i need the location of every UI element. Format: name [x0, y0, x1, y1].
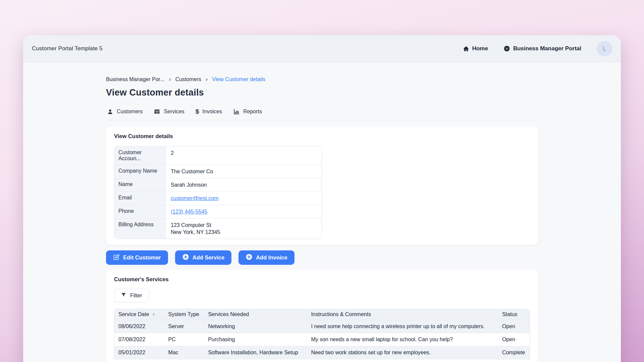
- filter-button[interactable]: Filter: [114, 289, 149, 302]
- tab-reports-label: Reports: [243, 109, 262, 115]
- service-cell: Complete: [498, 346, 530, 359]
- details-label: Phone: [114, 205, 166, 218]
- add-service-button[interactable]: Add Service: [175, 250, 231, 265]
- details-label: Email: [114, 192, 166, 205]
- details-row: Company Name The Customer Co: [114, 165, 322, 178]
- tab-customers-label: Customers: [117, 109, 143, 115]
- edit-customer-button[interactable]: Edit Customer: [106, 250, 168, 265]
- service-cell: Our Printer won't feed paper correctly.: [307, 359, 498, 362]
- details-label: Customer Accoun...: [114, 146, 166, 165]
- dollar-icon: $: [196, 108, 199, 115]
- details-row: Customer Accoun... 2: [114, 146, 322, 165]
- edit-customer-label: Edit Customer: [123, 254, 161, 261]
- service-cell: Mac: [164, 346, 204, 359]
- add-service-label: Add Service: [193, 254, 224, 261]
- service-row[interactable]: 08/06/2022ServerNetworkingI need some he…: [114, 320, 530, 333]
- details-row: Phone (123) 445-5545: [114, 205, 322, 219]
- details-label: Company Name: [114, 165, 166, 178]
- details-value: customer@test.com: [166, 192, 322, 205]
- details-row: Billing Address 123 Computer StNew York,…: [114, 219, 322, 239]
- services-table-header-row: Service Date↑System TypeServices NeededI…: [114, 309, 530, 320]
- plus-circle-icon: [182, 253, 189, 262]
- details-value: (123) 445-5545: [166, 205, 322, 218]
- app-header: Customer Portal Template 5 Home Business…: [23, 35, 621, 62]
- nav-business-manager-portal-label: Business Manager Portal: [513, 45, 581, 52]
- services-table-body: 08/06/2022ServerNetworkingI need some he…: [114, 320, 530, 362]
- service-cell: Networking: [204, 320, 307, 333]
- column-header[interactable]: Service Date↑: [114, 309, 164, 320]
- customer-services-card-title: Customer's Services: [114, 276, 530, 283]
- funnel-icon: [121, 292, 126, 299]
- app-window: Customer Portal Template 5 Home Business…: [23, 35, 621, 362]
- breadcrumb: Business Manager Por...›Customers›View C…: [106, 76, 538, 83]
- service-cell: Printer: [164, 359, 204, 362]
- service-cell: Need two work stations set up for new em…: [307, 346, 498, 359]
- details-label: Name: [114, 178, 166, 191]
- plus-circle-icon: [246, 253, 253, 262]
- service-cell: Purchasing: [204, 333, 307, 346]
- home-icon: [463, 46, 469, 52]
- column-header[interactable]: Instructions & Comments: [307, 309, 498, 320]
- service-cell: Software Installation, Hardware Setup: [204, 346, 307, 359]
- details-label: Billing Address: [114, 219, 166, 239]
- service-cell: Open: [498, 320, 530, 333]
- service-cell: Open: [498, 333, 530, 346]
- service-cell: 05/01/2022: [114, 346, 164, 359]
- page-title: View Customer details: [106, 87, 538, 98]
- filter-button-label: Filter: [130, 293, 142, 299]
- service-cell: I need some help connecting a wireless p…: [307, 320, 498, 333]
- nav-business-manager-portal[interactable]: Business Manager Portal: [503, 45, 581, 52]
- app-title: Customer Portal Template 5: [32, 45, 102, 52]
- bar-chart-icon: [233, 108, 240, 115]
- column-header[interactable]: Status: [498, 309, 530, 320]
- add-invoice-button[interactable]: Add Invoice: [238, 250, 294, 265]
- details-row: Email customer@test.com: [114, 192, 322, 205]
- table-icon: [154, 108, 160, 115]
- email-link[interactable]: customer@test.com: [171, 195, 219, 201]
- main-content: Business Manager Por...›Customers›View C…: [106, 62, 538, 362]
- tab-invoices[interactable]: $ Invoices: [195, 105, 223, 120]
- details-row: Name Sarah Johnson: [114, 178, 322, 192]
- service-cell: 04/30/2022: [114, 359, 164, 362]
- customer-details-table: Customer Accoun... 2 Company Name The Cu…: [114, 146, 322, 239]
- service-row[interactable]: 07/08/2022PCPurchasingMy son needs a new…: [114, 333, 530, 346]
- breadcrumb-item[interactable]: Customers: [175, 76, 201, 82]
- service-cell: My son needs a new small laptop for scho…: [307, 333, 498, 346]
- nav-home[interactable]: Home: [463, 45, 488, 52]
- breadcrumb-item[interactable]: Business Manager Por...: [106, 76, 164, 82]
- customer-details-card-title: View Customer details: [114, 133, 530, 139]
- service-cell: 07/08/2022: [114, 333, 164, 346]
- details-value: 2: [166, 146, 322, 165]
- service-cell: 08/06/2022: [114, 320, 164, 333]
- add-invoice-label: Add Invoice: [256, 254, 287, 261]
- services-table-wrap: Service Date↑System TypeServices NeededI…: [114, 309, 530, 362]
- service-cell: Troubleshooting and Repair: [204, 359, 307, 362]
- nav-home-label: Home: [472, 45, 488, 52]
- customer-details-card: View Customer details Customer Accoun...…: [106, 126, 538, 245]
- breadcrumb-separator-icon: ›: [206, 76, 208, 83]
- column-header[interactable]: System Type: [164, 309, 204, 320]
- service-cell: Complete: [498, 359, 530, 362]
- service-row[interactable]: 05/01/2022MacSoftware Installation, Hard…: [114, 346, 530, 359]
- service-row[interactable]: 04/30/2022PrinterTroubleshooting and Rep…: [114, 359, 530, 362]
- tab-services[interactable]: Services: [153, 105, 185, 120]
- tab-reports[interactable]: Reports: [232, 105, 263, 120]
- tab-invoices-label: Invoices: [202, 109, 222, 115]
- gauge-icon: [503, 45, 510, 52]
- breadcrumb-separator-icon: ›: [169, 76, 171, 83]
- details-value: 123 Computer StNew York, NY 12345: [166, 219, 322, 239]
- breadcrumb-item[interactable]: View Customer details: [212, 76, 265, 82]
- header-nav: Home Business Manager Portal L: [463, 41, 612, 56]
- phone-link[interactable]: (123) 445-5545: [171, 209, 207, 215]
- tab-customers[interactable]: Customers: [106, 105, 144, 120]
- details-value: The Customer Co: [166, 165, 322, 178]
- avatar[interactable]: L: [597, 41, 612, 56]
- sort-asc-icon: ↑: [153, 311, 155, 317]
- column-header[interactable]: Services Needed: [204, 309, 307, 320]
- edit-icon: [113, 254, 120, 262]
- person-icon: [107, 109, 113, 115]
- action-buttons: Edit Customer Add Service Add Invoice: [106, 250, 538, 265]
- service-cell: PC: [164, 333, 204, 346]
- services-table: Service Date↑System TypeServices NeededI…: [114, 309, 530, 362]
- avatar-initial: L: [603, 45, 606, 52]
